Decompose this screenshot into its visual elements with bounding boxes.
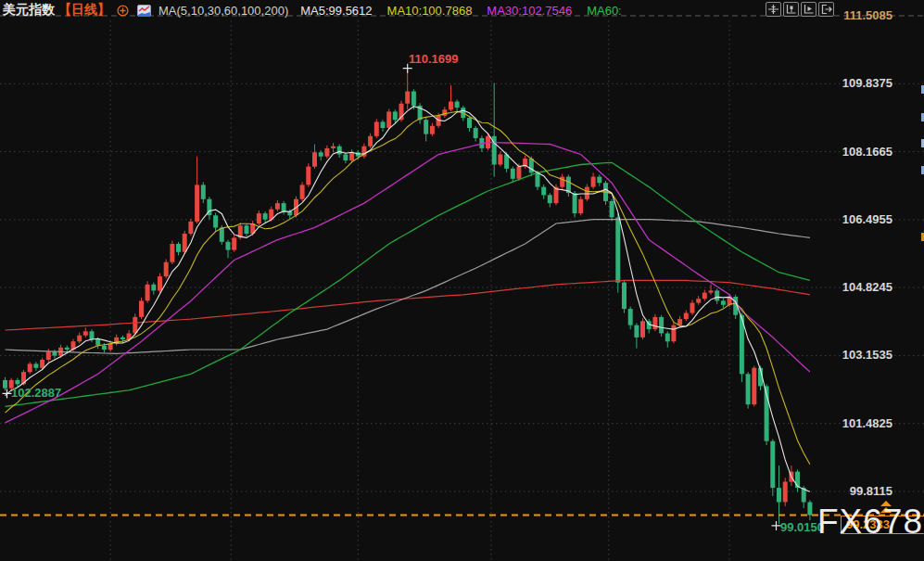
fx678-watermark: FX678 xyxy=(817,503,923,542)
chart-toolbar xyxy=(766,2,834,17)
ma5-value: MA5:99.5612 xyxy=(300,4,372,18)
price-axis-label: 109.8375 xyxy=(816,76,892,90)
ma-lines-layer xyxy=(6,107,810,492)
extreme-markers xyxy=(3,64,781,530)
ma10-value: MA10:100.7868 xyxy=(387,4,473,18)
ma100-line xyxy=(6,220,810,354)
ma30-value: MA30:102.7546 xyxy=(487,4,572,18)
ma60-line xyxy=(6,162,810,406)
ma30-line xyxy=(6,142,810,423)
price-axis-label: 106.4955 xyxy=(816,212,892,226)
expand-icon[interactable] xyxy=(818,2,834,17)
line-chart-icon[interactable] xyxy=(137,5,151,17)
price-axis-label: 103.1535 xyxy=(816,348,892,362)
period-label: 【日线】 xyxy=(58,2,110,19)
ma-settings-label: MA(5,10,30,60,100,200) xyxy=(158,4,288,18)
high-price-label: 110.1699 xyxy=(409,52,459,66)
sub-indicator-icon[interactable] xyxy=(801,2,816,17)
price-axis-label: 101.4825 xyxy=(816,416,892,430)
main-indicator-icon[interactable] xyxy=(783,2,799,17)
price-axis-label: 99.8115 xyxy=(816,484,892,498)
circle-plus-icon[interactable] xyxy=(117,5,129,17)
symbol-title: 美元指数 xyxy=(3,2,55,19)
trading-chart-app: { "header": { "symbol": "美元指数", "period"… xyxy=(0,0,924,561)
price-axis-label: 108.1665 xyxy=(816,145,892,159)
crosshair-icon[interactable] xyxy=(766,2,781,17)
low-price-label-left: 102.2887 xyxy=(11,386,61,400)
price-axis-label: 104.8245 xyxy=(816,280,892,294)
ma60-value: MA60: xyxy=(587,4,622,18)
